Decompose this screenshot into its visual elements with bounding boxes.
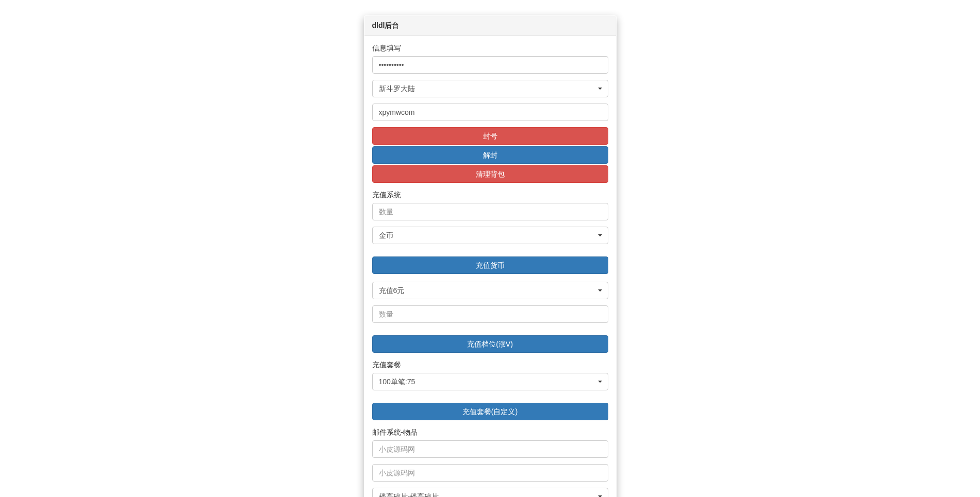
recharge-tier-select-button[interactable]: 充值6元 (372, 282, 608, 299)
recharge-tier-select[interactable]: 充值6元 (372, 282, 608, 299)
password-input[interactable] (372, 56, 608, 74)
currency-select[interactable]: 金币 (372, 227, 608, 244)
recharge-section-label: 充值系统 (372, 191, 608, 200)
currency-select-button[interactable]: 金币 (372, 227, 608, 244)
package-section-label: 充值套餐 (372, 361, 608, 370)
recharge-currency-button[interactable]: 充值货币 (372, 256, 608, 274)
mail-field1-input[interactable] (372, 440, 608, 458)
package-select-button[interactable]: 100单笔:75 (372, 373, 608, 390)
server-select[interactable]: 新斗罗大陆 (372, 80, 608, 97)
package-select[interactable]: 100单笔:75 (372, 373, 608, 390)
panel-body: 信息填写 新斗罗大陆 封号 解封 清理背包 充值系统 金币 充值货币 充值6元 (364, 36, 616, 497)
mail-field2-input[interactable] (372, 464, 608, 482)
mail-item-select[interactable]: 楼高碎片-楼高碎片 (372, 488, 608, 497)
mail-item-select-button[interactable]: 楼高碎片-楼高碎片 (372, 488, 608, 497)
info-section-label: 信息填写 (372, 44, 608, 53)
ban-button[interactable]: 封号 (372, 127, 608, 145)
clear-bag-button[interactable]: 清理背包 (372, 165, 608, 183)
account-input[interactable] (372, 104, 608, 121)
package-button[interactable]: 充值套餐(自定义) (372, 403, 608, 420)
panel-title: dldl后台 (364, 16, 616, 36)
admin-panel: dldl后台 信息填写 新斗罗大陆 封号 解封 清理背包 充值系统 金币 充值货… (364, 15, 617, 497)
mail-section-label: 邮件系统-物品 (372, 428, 608, 437)
tier-qty-input[interactable] (372, 305, 608, 323)
account-action-group: 封号 解封 清理背包 (372, 127, 608, 183)
server-select-button[interactable]: 新斗罗大陆 (372, 80, 608, 97)
recharge-qty-input[interactable] (372, 203, 608, 220)
unban-button[interactable]: 解封 (372, 146, 608, 164)
recharge-tier-button[interactable]: 充值档位(涨V) (372, 335, 608, 353)
